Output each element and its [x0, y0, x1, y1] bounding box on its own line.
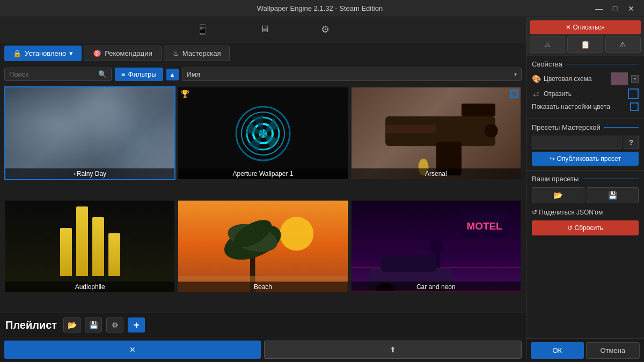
wallpaper-label-rainy-day: •Rainy Day: [5, 168, 174, 179]
steam-button[interactable]: ♨: [530, 36, 565, 53]
reflect-checkbox[interactable]: [628, 88, 639, 99]
preset-input-row: ?: [532, 136, 639, 149]
your-presets-section: Ваши пресеты 📂 💾 ↺ Поделиться JSON'ом ↺ …: [526, 171, 644, 338]
reset-button[interactable]: ↺ Сбросить: [532, 220, 639, 235]
maximize-button[interactable]: □: [608, 2, 623, 15]
settings-icon[interactable]: ⚙: [317, 21, 334, 38]
palette-icon: 🎨: [532, 75, 540, 83]
color-arrow[interactable]: ▾: [631, 75, 639, 83]
preset-name-input[interactable]: [532, 136, 621, 149]
close-button[interactable]: ✕: [624, 2, 639, 15]
playlist-label: Плейлист: [5, 319, 57, 331]
wallpaper-item-audiophile[interactable]: Audiophile: [4, 200, 175, 293]
tab-workshop[interactable]: ♨ Мастерская: [164, 46, 230, 61]
color-scheme-label: Цветовая схема: [544, 75, 608, 83]
sort-label: Имя: [187, 70, 200, 78]
tab-recommendations[interactable]: 🎯 Рекомендации: [84, 46, 162, 61]
sort-arrow-icon: ▾: [514, 71, 517, 77]
upload-icon: ⬆: [390, 345, 396, 354]
playlist-add-button[interactable]: +: [128, 317, 145, 333]
wallpaper-item-arsenal[interactable]: Arsenal: [350, 86, 522, 180]
tab-recommendations-label: Рекомендации: [105, 49, 152, 57]
right-panel: ✕ Описаться ♨ 📋 ⚠ Свойства 🎨 Цветовая сх…: [526, 17, 644, 362]
right-top-actions: ✕ Описаться ♨ 📋 ⚠: [526, 17, 644, 56]
star-icon: 🎯: [93, 49, 101, 57]
delete-button[interactable]: ✕: [4, 341, 261, 359]
workshop-presets-title: Пресеты Мастерской: [532, 123, 639, 131]
wallpaper-thumb-beach: [178, 201, 347, 292]
tab-bar: 🔒 Установлено ▾ 🎯 Рекомендации ♨ Мастерс…: [0, 42, 526, 64]
title-bar: Wallpaper Engine 2.1.32 - Steam Edition …: [0, 0, 644, 17]
load-preset-button[interactable]: 📂: [532, 187, 584, 203]
audio-bar-1: [60, 228, 72, 276]
wallpaper-grid: •Rainy Day: [0, 84, 526, 313]
tab-workshop-label: Мастерская: [182, 49, 221, 57]
search-input-wrap[interactable]: 🔍: [4, 68, 112, 81]
color-swatch[interactable]: [611, 72, 628, 85]
delete-icon: ✕: [129, 345, 136, 354]
share-json-button[interactable]: ↺ Поделиться JSON'ом: [532, 206, 603, 218]
save-preset-button[interactable]: 💾: [587, 187, 639, 203]
sort-select[interactable]: Имя ▾: [182, 68, 522, 81]
wallpaper-checkbox-arsenal[interactable]: [510, 90, 518, 98]
top-nav: 📱 🖥 ⚙: [0, 17, 526, 42]
main-container: 📱 🖥 ⚙ 🔒 Установлено ▾ 🎯 Рекомендации ♨ М…: [0, 17, 644, 362]
wallpaper-label-aperture: Aperture Wallpaper 1: [178, 168, 347, 179]
app-title: Wallpaper Engine 2.1.32 - Steam Edition: [48, 4, 591, 12]
mobile-icon[interactable]: 📱: [192, 21, 213, 38]
playlist-save-button[interactable]: 💾: [85, 317, 102, 333]
wallpaper-item-car-neon[interactable]: MOTEL: [350, 200, 522, 293]
svg-point-9: [484, 124, 497, 137]
cancel-button[interactable]: Отмена: [586, 342, 640, 359]
audio-bar-2: [76, 206, 88, 276]
wallpaper-item-aperture[interactable]: 🏆 Aperture Wallpaper 1: [177, 86, 348, 180]
tab-installed[interactable]: 🔒 Установлено ▾: [4, 46, 82, 61]
monitor-icon[interactable]: 🖥: [255, 21, 274, 38]
search-icon[interactable]: 🔍: [98, 70, 107, 78]
bottom-action-bar: ✕ ⬆: [0, 337, 526, 362]
subscribe-button[interactable]: ✕ Описаться: [530, 20, 641, 34]
playlist-open-button[interactable]: 📂: [63, 317, 80, 333]
filter-arrow-button[interactable]: ▲: [166, 69, 179, 80]
filter-button[interactable]: ≡ Фильтры: [115, 68, 163, 81]
wallpaper-thumb-aperture: [178, 87, 347, 179]
search-input[interactable]: [9, 70, 96, 78]
your-presets-title: Ваши пресеты: [532, 175, 639, 183]
svg-rect-25: [381, 255, 436, 272]
show-color-checkbox[interactable]: [630, 102, 639, 111]
show-color-row: Показать настройки цвета: [532, 102, 639, 111]
window-controls: — □ ✕: [591, 2, 639, 15]
publish-preset-button[interactable]: ↪ Опубликовать пресет: [532, 152, 639, 166]
reflect-row: ⇄ Отразить: [532, 88, 639, 99]
wallpaper-label-car-neon: Car and neon: [352, 282, 521, 292]
warning-button[interactable]: ⚠: [605, 36, 641, 53]
upload-button[interactable]: ⬆: [264, 341, 522, 359]
svg-point-22: [429, 239, 443, 253]
playlist-bar: Плейлист 📂 💾 ⚙ +: [0, 313, 526, 337]
wallpaper-item-beach[interactable]: Beach: [177, 200, 348, 293]
reflect-icon: ⇄: [532, 90, 540, 98]
wallpaper-item-rainy-day[interactable]: •Rainy Day: [4, 86, 175, 180]
steam-icon: ♨: [173, 49, 179, 57]
right-icon-row: ♨ 📋 ⚠: [530, 36, 641, 53]
svg-point-12: [280, 217, 314, 250]
dropdown-arrow-icon: ▾: [69, 49, 73, 57]
workshop-presets-section: Пресеты Мастерской ? ↪ Опубликовать прес…: [526, 119, 644, 171]
minimize-button[interactable]: —: [591, 2, 606, 15]
color-scheme-row: 🎨 Цветовая схема ▾: [532, 72, 639, 85]
wallpaper-thumb-car-neon: MOTEL: [352, 201, 521, 292]
copy-button[interactable]: 📋: [567, 36, 603, 53]
preset-actions-row: 📂 💾: [532, 187, 639, 203]
preset-help-button[interactable]: ?: [624, 136, 639, 149]
properties-title: Свойства: [532, 60, 639, 68]
lock-icon: 🔒: [13, 49, 21, 57]
playlist-settings-button[interactable]: ⚙: [106, 317, 123, 333]
wallpaper-thumb-arsenal: [352, 87, 521, 179]
wallpaper-label-arsenal: Arsenal: [352, 168, 521, 179]
audio-bar-4: [108, 233, 120, 276]
svg-rect-8: [385, 125, 436, 134]
wallpaper-thumb-audiophile: [5, 201, 174, 292]
svg-rect-6: [462, 104, 495, 116]
tab-installed-label: Установлено: [25, 49, 66, 57]
ok-button[interactable]: ОК: [531, 342, 584, 359]
